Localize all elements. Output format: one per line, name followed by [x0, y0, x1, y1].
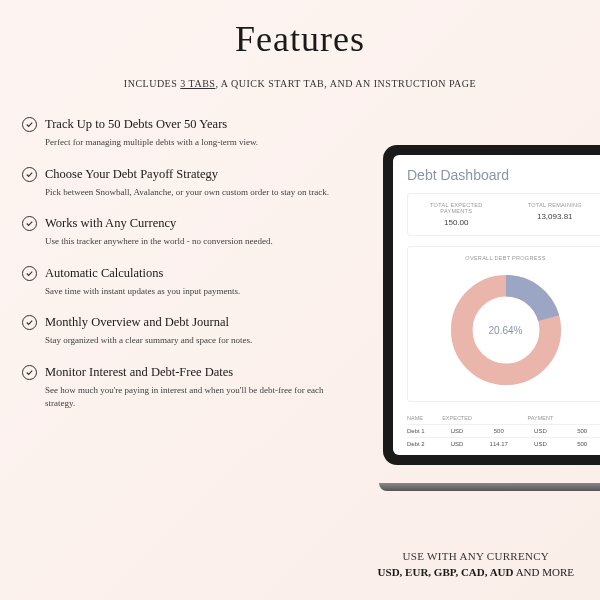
- feature-title: Track Up to 50 Debts Over 50 Years: [45, 117, 227, 132]
- td: USD: [436, 441, 478, 447]
- td: USD: [520, 441, 562, 447]
- table-row: Debt 1 USD 500 USD 500: [407, 424, 600, 437]
- stat-label: TOTAL EXPECTED PAYMENTS: [416, 202, 497, 214]
- footer-more: AND MORE: [513, 566, 574, 578]
- feature-item: Choose Your Debt Payoff Strategy Pick be…: [22, 167, 332, 199]
- check-icon: [22, 266, 37, 281]
- progress-section: OVERALL DEBT PROGRESS 20.64%: [407, 246, 600, 402]
- check-icon: [22, 216, 37, 231]
- check-icon: [22, 315, 37, 330]
- td: USD: [436, 428, 478, 434]
- stat-label: TOTAL REMAINING: [515, 202, 596, 208]
- feature-desc: Stay organized with a clear summary and …: [45, 334, 332, 347]
- stat-value: 150.00: [416, 218, 497, 227]
- stat-value: 13,093.81: [515, 212, 596, 221]
- dashboard-display: Debt Dashboard TOTAL EXPECTED PAYMENTS 1…: [393, 155, 600, 455]
- subtitle-post: , A QUICK START TAB, AND AN INSTRUCTION …: [215, 78, 476, 89]
- feature-desc: Pick between Snowball, Avalanche, or you…: [45, 186, 332, 199]
- laptop-screen: Debt Dashboard TOTAL EXPECTED PAYMENTS 1…: [383, 145, 600, 465]
- dashboard-title: Debt Dashboard: [407, 167, 600, 183]
- subtitle: INCLUDES 3 TABS, A QUICK START TAB, AND …: [0, 78, 600, 89]
- donut-chart: 20.64%: [447, 271, 565, 389]
- stat-expected: TOTAL EXPECTED PAYMENTS 150.00: [416, 202, 497, 227]
- feature-title: Choose Your Debt Payoff Strategy: [45, 167, 218, 182]
- feature-desc: Save time with instant updates as you in…: [45, 285, 332, 298]
- feature-desc: Perfect for managing multiple debts with…: [45, 136, 332, 149]
- td: 500: [561, 428, 600, 434]
- feature-desc: See how much you're paying in interest a…: [45, 384, 332, 409]
- feature-title: Monthly Overview and Debt Journal: [45, 315, 229, 330]
- feature-item: Monitor Interest and Debt-Free Dates See…: [22, 365, 332, 409]
- td: USD: [520, 428, 562, 434]
- td: 500: [561, 441, 600, 447]
- th: PAYMENT: [520, 415, 562, 421]
- table-header: NAME EXPECTED PAYMENT: [407, 412, 600, 424]
- laptop-base: [379, 483, 600, 491]
- feature-desc: Use this tracker anywhere in the world -…: [45, 235, 332, 248]
- footer-currencies: USD, EUR, GBP, CAD, AUD: [378, 566, 514, 578]
- footer-line2: USD, EUR, GBP, CAD, AUD AND MORE: [378, 566, 574, 578]
- feature-item: Track Up to 50 Debts Over 50 Years Perfe…: [22, 117, 332, 149]
- page-title: Features: [0, 0, 600, 60]
- th: [478, 415, 520, 421]
- subtitle-pre: INCLUDES: [124, 78, 180, 89]
- features-list: Track Up to 50 Debts Over 50 Years Perfe…: [22, 117, 332, 409]
- th: EXPECTED: [436, 415, 478, 421]
- check-icon: [22, 365, 37, 380]
- progress-label: OVERALL DEBT PROGRESS: [408, 255, 600, 261]
- laptop-mockup: Debt Dashboard TOTAL EXPECTED PAYMENTS 1…: [383, 145, 600, 485]
- footer-line1: USE WITH ANY CURRENCY: [378, 550, 574, 562]
- check-icon: [22, 117, 37, 132]
- feature-item: Works with Any Currency Use this tracker…: [22, 216, 332, 248]
- subtitle-underline: 3 TABS: [180, 78, 215, 89]
- td: Debt 2: [407, 441, 436, 447]
- feature-item: Monthly Overview and Debt Journal Stay o…: [22, 315, 332, 347]
- feature-title: Monitor Interest and Debt-Free Dates: [45, 365, 233, 380]
- stats-row: TOTAL EXPECTED PAYMENTS 150.00 TOTAL REM…: [407, 193, 600, 236]
- footer: USE WITH ANY CURRENCY USD, EUR, GBP, CAD…: [378, 550, 574, 578]
- th: [561, 415, 600, 421]
- th: NAME: [407, 415, 436, 421]
- feature-item: Automatic Calculations Save time with in…: [22, 266, 332, 298]
- td: Debt 1: [407, 428, 436, 434]
- stat-remaining: TOTAL REMAINING 13,093.81: [515, 202, 596, 227]
- td: 500: [478, 428, 520, 434]
- feature-title: Works with Any Currency: [45, 216, 176, 231]
- check-icon: [22, 167, 37, 182]
- donut-percentage: 20.64%: [489, 325, 523, 336]
- debt-table: NAME EXPECTED PAYMENT Debt 1 USD 500 USD…: [407, 412, 600, 450]
- feature-title: Automatic Calculations: [45, 266, 163, 281]
- td: 114.17: [478, 441, 520, 447]
- table-row: Debt 2 USD 114.17 USD 500: [407, 437, 600, 450]
